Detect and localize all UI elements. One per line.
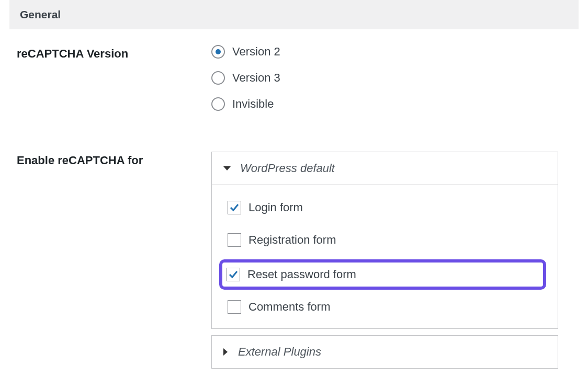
accordion-title: External Plugins — [238, 345, 321, 359]
checkbox-icon — [227, 268, 240, 281]
radio-version-2[interactable]: Version 2 — [211, 45, 588, 59]
section-title: General — [20, 8, 568, 21]
radio-invisible[interactable]: Invisible — [211, 97, 588, 111]
checkbox-reset-password-form[interactable]: Reset password form — [219, 259, 546, 290]
radio-icon — [211, 71, 225, 85]
accordion-body-wp-default: Login form Registration form Reset passw… — [211, 185, 558, 329]
radio-icon — [211, 45, 225, 59]
radio-label: Invisible — [232, 97, 274, 111]
checkbox-login-form[interactable]: Login form — [223, 198, 546, 218]
radio-icon — [211, 97, 225, 111]
radio-label: Version 3 — [232, 71, 280, 85]
chevron-right-icon — [223, 348, 228, 356]
accordion-header-wp-default[interactable]: WordPress default — [211, 152, 558, 185]
recaptcha-version-options: Version 2 Version 3 Invisible — [211, 45, 588, 123]
enable-recaptcha-control: WordPress default Login form Registratio… — [211, 152, 588, 369]
checkbox-icon — [228, 201, 241, 214]
checkbox-label: Registration form — [248, 233, 336, 247]
checkbox-comments-form[interactable]: Comments form — [223, 297, 546, 317]
checkbox-label: Reset password form — [247, 268, 356, 281]
recaptcha-version-row: reCAPTCHA Version Version 2 Version 3 In… — [0, 29, 588, 123]
enable-recaptcha-row: Enable reCAPTCHA for WordPress default L… — [0, 123, 588, 369]
accordion-header-external-plugins[interactable]: External Plugins — [211, 335, 558, 369]
accordion-container: WordPress default Login form Registratio… — [211, 152, 558, 369]
checkbox-label: Login form — [248, 201, 303, 214]
radio-label: Version 2 — [232, 45, 280, 59]
checkbox-icon — [228, 300, 241, 314]
radio-version-3[interactable]: Version 3 — [211, 71, 588, 85]
checkbox-label: Comments form — [248, 300, 330, 314]
accordion-title: WordPress default — [240, 162, 335, 175]
enable-recaptcha-label: Enable reCAPTCHA for — [17, 152, 211, 167]
recaptcha-version-label: reCAPTCHA Version — [17, 45, 211, 61]
checkbox-icon — [228, 233, 241, 247]
chevron-down-icon — [223, 166, 231, 170]
checkbox-registration-form[interactable]: Registration form — [223, 230, 546, 250]
section-header: General — [9, 0, 579, 29]
